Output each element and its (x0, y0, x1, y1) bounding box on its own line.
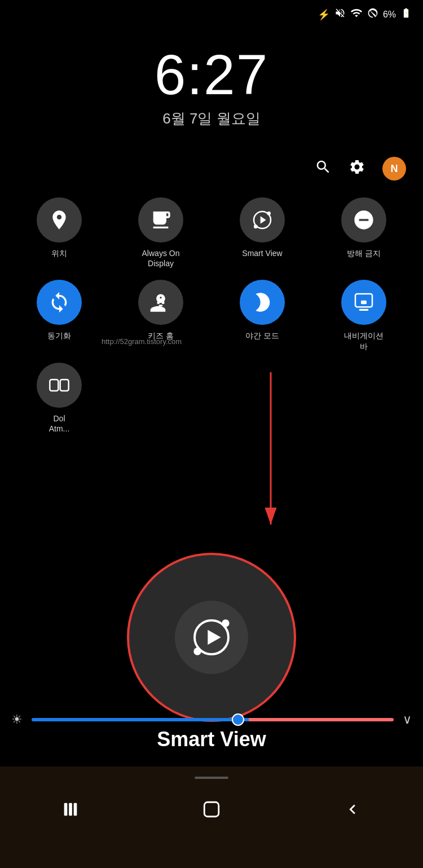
tile-sync[interactable]: 동기화 (11, 280, 107, 351)
brightness-bar: ☀ ∨ (0, 712, 423, 727)
battery-text: 6% (383, 10, 396, 20)
tile-label-kids-home: 키즈 홈 (148, 331, 174, 341)
tile-label-nav-bar: 내비게이션바 (344, 331, 384, 351)
tile-label-sync: 동기화 (47, 331, 71, 341)
spotlight-circle (127, 553, 296, 722)
tile-label-always-on-display: Always OnDisplay (142, 248, 180, 268)
mute-icon (334, 7, 346, 21)
tile-icon-night-mode (240, 280, 285, 325)
quick-tiles-row2: 동기화 키즈 홈 야간 모드 (0, 274, 423, 356)
svg-rect-8 (50, 380, 58, 391)
tile-label-smart-view-top: Smart View (242, 248, 282, 258)
tile-icon-dolby (37, 363, 82, 408)
tile-icon-kids-home (138, 280, 183, 325)
wifi-icon (350, 7, 363, 22)
svg-rect-16 (64, 803, 68, 816)
tile-icon-dnd (341, 197, 386, 243)
svg-rect-5 (355, 294, 372, 307)
tile-smart-view-top[interactable]: Smart View (214, 197, 310, 268)
tile-kids-home[interactable]: 키즈 홈 (113, 280, 209, 351)
clock-time: 6:27 (0, 43, 423, 105)
nav-bar (0, 766, 423, 868)
svg-rect-18 (74, 803, 77, 816)
svg-point-3 (254, 224, 258, 228)
nav-handle (195, 777, 228, 779)
tile-nav-bar[interactable]: 내비게이션바 (316, 280, 412, 351)
spotlight-inner-icon (175, 601, 248, 674)
battery-icon (400, 7, 412, 21)
tile-night-mode[interactable]: 야간 모드 (214, 280, 310, 351)
tile-label-dolby: DolAtm... (49, 413, 70, 434)
quick-panel-header: N (0, 134, 423, 192)
tile-label-night-mode: 야간 모드 (245, 331, 279, 341)
bluetooth-icon: ⚡ (318, 8, 330, 21)
svg-marker-13 (208, 630, 221, 645)
tile-label-location: 위치 (51, 248, 67, 258)
nav-recents-button[interactable] (61, 800, 80, 823)
profile-badge[interactable]: N (382, 157, 406, 180)
quick-tiles-row3: DolAtm... (0, 357, 423, 439)
tile-icon-always-on-display (138, 197, 183, 243)
nav-home-button[interactable] (202, 800, 221, 823)
svg-rect-9 (60, 380, 69, 391)
clock-area: 6:27 6월 7일 월요일 (0, 27, 423, 134)
svg-point-15 (193, 647, 201, 655)
tile-dnd[interactable]: 방해 금지 (316, 197, 412, 268)
nav-back-button[interactable] (343, 800, 362, 823)
no-sim-icon (367, 7, 378, 21)
brightness-collapse-icon[interactable]: ∨ (403, 712, 412, 727)
svg-point-14 (222, 619, 229, 627)
status-bar: ⚡ 6% (0, 0, 423, 27)
svg-rect-17 (69, 803, 72, 816)
tile-dolby[interactable]: DolAtm... (11, 363, 107, 434)
tile-always-on-display[interactable]: Always OnDisplay (113, 197, 209, 268)
svg-point-2 (267, 212, 271, 215)
spotlight-label: Smart View (157, 728, 266, 751)
tile-icon-sync (37, 280, 82, 325)
tile-label-dnd: 방해 금지 (347, 248, 381, 258)
brightness-min-icon: ☀ (11, 712, 23, 727)
tile-icon-smart-view-top (240, 197, 285, 243)
svg-rect-7 (361, 301, 367, 305)
clock-date: 6월 7일 월요일 (0, 109, 423, 129)
settings-icon[interactable] (349, 158, 365, 179)
svg-rect-6 (359, 309, 369, 311)
brightness-track[interactable] (32, 718, 394, 721)
tile-icon-nav-bar (341, 280, 386, 325)
svg-rect-19 (204, 802, 219, 817)
svg-marker-1 (261, 216, 266, 223)
brightness-thumb[interactable] (232, 713, 244, 726)
tile-location[interactable]: 위치 (11, 197, 107, 268)
search-icon[interactable] (315, 158, 332, 179)
quick-tiles-row1: 위치 Always OnDisplay Smart View 방 (0, 192, 423, 274)
tile-icon-location (37, 197, 82, 243)
